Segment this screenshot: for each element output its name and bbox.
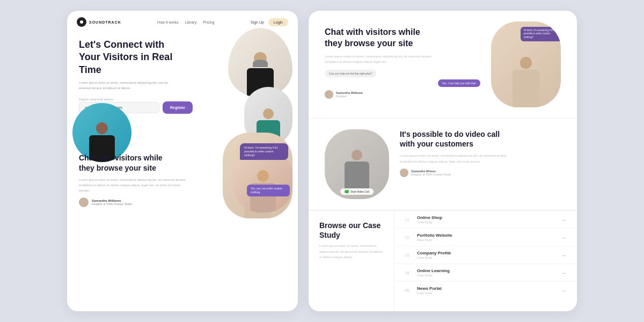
case-item-left-3: 04 Online Learning Case Study [405,268,450,277]
case-num-2: 03 [405,253,413,257]
form-label: Register using email address [79,98,159,101]
case-item-arrow-4: → [561,288,566,294]
case-item-arrow-3: → [561,270,566,276]
hero-subtitle: Lorem ipsum dolor sit amet, consectetur … [79,80,175,91]
right-bottom-title: It's possible to do video call with your… [400,129,507,149]
case-item-arrow-1: → [561,235,566,240]
signup-button[interactable]: Sign Up [251,20,264,24]
case-study-item[interactable]: 01 Online Shop Case Study → [394,211,577,229]
chat-bubble-overlay-2: Yes, you can order custom clothing. [247,185,290,196]
case-study-item[interactable]: 05 News Portal Case Study → [394,282,577,299]
right-bottom-avatar [400,169,408,177]
case-item-sub-4: Case Study [417,291,442,295]
chat-section-text: Lorem ipsum dolor sit amet, consectetur … [79,177,186,194]
case-num-4: 05 [405,289,413,292]
user-avatar [79,197,89,207]
right-top-text: Lorem ipsum dolor sit amet, consectetur … [325,54,443,64]
case-study-title: Browse our Case Study [319,221,383,240]
hero-image-top [228,28,292,98]
right-bottom-image: Start Video Call [325,129,389,199]
right-bottom-section: Start Video Call It's possible to do vid… [309,119,577,210]
right-card: Chat with visitors while they browse you… [309,11,577,311]
right-bottom-user: Samantha Wilson Designer at Think Creati… [400,169,561,177]
right-top-section: Chat with visitors while they browse you… [309,11,577,119]
case-item-content-2: Company Profile Case Study [417,251,451,259]
case-item-sub-2: Case Study [417,256,451,259]
register-button[interactable]: Register [163,101,193,114]
right-chat-bubble-img: Hi there, I'm wondering if it's possible… [521,27,561,41]
nav-links: How it works Library Pricing [157,20,215,24]
case-item-title-2: Company Profile [417,251,451,255]
hero-section: Let's Connect with Your Visitors in Real… [67,33,298,114]
case-item-left-1: 02 Portfolio Website Case Study [405,233,452,241]
case-item-title-0: Online Shop [417,215,442,220]
right-bottom-text: Lorem ipsum dolor sit amet, consectetur … [400,153,513,164]
nav-link-library[interactable]: Library [185,20,196,24]
case-item-arrow-2: → [561,252,566,258]
case-item-left-0: 01 Online Shop Case Study [405,215,442,224]
logo-icon [77,17,86,27]
case-num-1: 02 [405,236,413,239]
chat-bubble-overlay-1: Hi there, I'm wondering if it's possible… [240,143,288,160]
chat-bubble-2: Yes, I can help you with that! [438,79,480,87]
right-top-title: Chat with visitors while they browse you… [325,27,432,49]
case-num-3: 04 [405,271,413,275]
right-user-title: Designer [336,94,363,98]
logo-text: SOUNDTRACK [89,20,121,24]
login-button[interactable]: Login [268,18,288,26]
case-item-title-4: News Portal [417,286,442,291]
left-card: SOUNDTRACK How it works Library Pricing … [67,11,298,311]
video-badge-label: Start Video Call [350,190,369,193]
video-icon [345,190,349,193]
right-bottom-user-title: Designer at Think Creative Studio [411,173,451,176]
right-top-content: Chat with visitors while they browse you… [325,27,480,107]
case-item-left-4: 05 News Portal Case Study [405,286,442,295]
case-study-item[interactable]: 04 Online Learning Case Study → [394,264,577,282]
case-study-section: Browse our Case Study Lorem ipsum dolor … [309,210,577,311]
chat-preview: Can you help me find the right plan? Yes… [325,70,480,87]
case-item-sub-3: Case Study [417,274,450,277]
nav-link-pricing[interactable]: Pricing [203,20,214,24]
right-user-avatar [325,90,333,99]
navbar: SOUNDTRACK How it works Library Pricing … [67,11,298,33]
case-study-list: 01 Online Shop Case Study → 02 Portfolio… [394,211,577,311]
video-call-badge[interactable]: Start Video Call [340,188,374,195]
case-item-left-2: 03 Company Profile Case Study [405,251,451,259]
right-user-info: Samantha Williams Designer [325,90,480,99]
case-item-content-3: Online Learning Case Study [417,268,450,277]
case-item-content-4: News Portal Case Study [417,286,442,295]
case-item-title-3: Online Learning [417,268,450,273]
case-item-title-1: Portfolio Website [417,233,452,238]
case-item-sub-0: Case Study [417,221,442,224]
case-item-content-1: Portfolio Website Case Study [417,233,452,241]
case-item-sub-1: Case Study [417,238,452,241]
case-study-item[interactable]: 02 Portfolio Website Case Study → [394,229,577,246]
case-item-arrow-0: → [561,217,566,223]
nav-actions: Sign Up Login [251,18,288,26]
nav-link-how[interactable]: How it works [157,20,179,24]
case-study-text: Lorem ipsum dolor sit amet, consectetur … [319,243,383,260]
chat-bubble-1: Can you help me find the right plan? [325,70,376,77]
case-item-content-0: Online Shop Case Study [417,215,442,224]
case-study-left: Browse our Case Study Lorem ipsum dolor … [309,211,394,311]
case-study-item[interactable]: 03 Company Profile Case Study → [394,246,577,264]
right-bottom-content: It's possible to do video call with your… [400,129,561,199]
user-title: Designer at Think Creative Studio [92,202,132,207]
chat-section: Hi there, I'm wondering if it's possible… [67,143,298,207]
hero-title: Let's Connect with Your Visitors in Real… [79,39,186,76]
chat-section-title: Chat with visitors while they browse you… [79,153,175,172]
case-num-0: 01 [405,218,413,222]
logo: SOUNDTRACK [77,17,121,27]
right-top-image: Hi there, I'm wondering if it's possible… [491,21,561,107]
